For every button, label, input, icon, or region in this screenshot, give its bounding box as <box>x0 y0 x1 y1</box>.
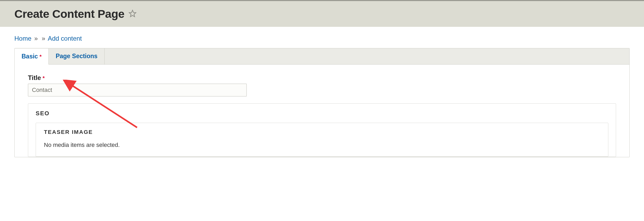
tab-page-sections[interactable]: Page Sections <box>49 48 105 64</box>
tab-basic[interactable]: Basic* <box>15 48 49 65</box>
tab-basic-label: Basic <box>22 53 38 60</box>
teaser-image-fieldset: TEASER IMAGE No media items are selected… <box>36 123 608 157</box>
breadcrumb: Home » » Add content <box>14 35 630 42</box>
svg-marker-0 <box>129 10 136 16</box>
seo-fieldset: SEO TEASER IMAGE No media items are sele… <box>28 103 616 157</box>
tabs-bar: Basic* Page Sections <box>15 48 629 65</box>
title-field-label: Title* <box>28 74 616 82</box>
breadcrumb-separator: » <box>34 35 38 42</box>
star-icon[interactable] <box>129 10 137 19</box>
required-marker: * <box>43 75 45 81</box>
header-bar: Create Content Page <box>0 0 644 27</box>
teaser-image-title: TEASER IMAGE <box>44 129 600 135</box>
teaser-image-empty-text: No media items are selected. <box>44 142 600 148</box>
breadcrumb-separator: » <box>42 35 45 42</box>
breadcrumb-add-content-link[interactable]: Add content <box>48 35 82 42</box>
required-marker: * <box>39 54 42 60</box>
page-title: Create Content Page <box>14 7 124 20</box>
page-title-wrap: Create Content Page <box>14 7 644 20</box>
seo-section-title: SEO <box>36 110 608 117</box>
title-input[interactable] <box>28 84 247 96</box>
tabs-container: Basic* Page Sections Title* SEO TEASER I… <box>14 48 630 157</box>
title-label-text: Title <box>28 74 41 81</box>
tab-page-sections-label: Page Sections <box>56 53 97 60</box>
tab-body-basic: Title* SEO TEASER IMAGE No media items a… <box>15 65 629 157</box>
breadcrumb-home-link[interactable]: Home <box>14 35 31 42</box>
